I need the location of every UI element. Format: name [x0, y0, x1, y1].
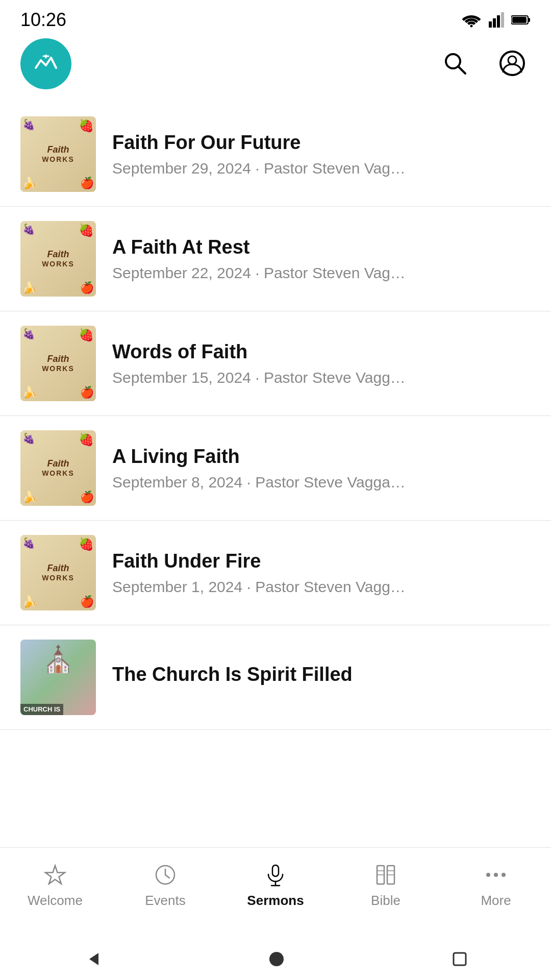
- sermon-info: Words of Faith September 15, 2024 · Past…: [112, 340, 531, 386]
- wifi-icon: [461, 12, 482, 28]
- svg-point-28: [269, 952, 284, 966]
- nav-item-welcome[interactable]: Welcome: [0, 856, 110, 914]
- svg-rect-1: [489, 21, 492, 28]
- sermon-meta: September 29, 2024 · Pastor Steven Vag…: [112, 160, 531, 177]
- search-icon: [442, 50, 468, 77]
- sermon-title: Words of Faith: [112, 340, 531, 364]
- sermon-meta: September 1, 2024 · Pastor Steven Vagg…: [112, 578, 531, 596]
- svg-rect-29: [454, 953, 466, 965]
- svg-line-9: [458, 66, 465, 74]
- home-icon: [267, 950, 286, 968]
- sermon-item[interactable]: 🍇 🍓 Faith WORKS 🍌 🍎 A Faith At Rest Sept…: [0, 207, 551, 311]
- sermon-item[interactable]: ⛪ CHURCH IS The Church Is Spirit Filled: [0, 625, 551, 730]
- svg-line-14: [165, 875, 169, 878]
- sermon-item[interactable]: 🍇 🍓 Faith WORKS 🍌 🍎 Faith For Our Future…: [0, 102, 551, 207]
- sermon-thumbnail: 🍇 🍓 Faith WORKS 🍌 🍎: [20, 430, 96, 506]
- svg-rect-3: [497, 15, 500, 28]
- mic-icon: [262, 861, 289, 889]
- nav-label-bible: Bible: [371, 893, 400, 909]
- profile-icon: [499, 50, 525, 77]
- svg-rect-2: [493, 18, 496, 28]
- sermon-title: A Faith At Rest: [112, 236, 531, 259]
- signal-icon: [489, 12, 504, 28]
- sermon-info: The Church Is Spirit Filled: [112, 663, 531, 692]
- sermon-item[interactable]: 🍇 🍓 Faith WORKS 🍌 🍎 Words of Faith Septe…: [0, 311, 551, 416]
- sermon-info: Faith Under Fire September 1, 2024 · Pas…: [112, 550, 531, 596]
- sermon-meta: September 15, 2024 · Pastor Steve Vagg…: [112, 369, 531, 386]
- svg-point-26: [502, 873, 506, 877]
- sermon-info: Faith For Our Future September 29, 2024 …: [112, 131, 531, 177]
- sermon-thumbnail: 🍇 🍓 Faith WORKS 🍌 🍎: [20, 221, 96, 297]
- nav-label-sermons: Sermons: [247, 893, 304, 909]
- sermon-title: A Living Faith: [112, 445, 531, 469]
- android-home-button[interactable]: [267, 950, 286, 970]
- sermon-thumbnail: ⛪ CHURCH IS: [20, 640, 96, 715]
- svg-marker-27: [89, 953, 98, 965]
- sermon-item[interactable]: 🍇 🍓 Faith WORKS 🍌 🍎 A Living Faith Septe…: [0, 416, 551, 521]
- back-icon: [82, 949, 103, 969]
- svg-point-11: [508, 56, 516, 64]
- sermon-meta: September 8, 2024 · Pastor Steve Vagga…: [112, 474, 531, 491]
- android-nav-bar: [0, 939, 551, 980]
- star-icon: [41, 861, 69, 889]
- sermon-list: 🍇 🍓 Faith WORKS 🍌 🍎 Faith For Our Future…: [0, 102, 551, 847]
- profile-button[interactable]: [494, 45, 531, 83]
- clock-icon: [152, 861, 179, 889]
- battery-icon: [511, 15, 531, 25]
- svg-point-10: [500, 52, 524, 75]
- app-header: [0, 36, 551, 92]
- bottom-navigation: Welcome Events Sermons: [0, 847, 551, 939]
- nav-label-events: Events: [145, 893, 186, 909]
- logo-icon: [31, 53, 61, 76]
- recents-icon: [450, 950, 469, 968]
- book-icon: [372, 861, 399, 889]
- sermon-thumbnail: 🍇 🍓 Faith WORKS 🍌 🍎: [20, 116, 96, 192]
- status-time: 10:26: [20, 9, 66, 31]
- nav-item-more[interactable]: More: [441, 856, 551, 914]
- status-bar: 10:26: [0, 0, 551, 36]
- android-back-button[interactable]: [82, 949, 103, 971]
- sermon-thumbnail: 🍇 🍓 Faith WORKS 🍌 🍎: [20, 535, 96, 610]
- svg-rect-7: [512, 17, 527, 23]
- android-recents-button[interactable]: [450, 950, 469, 970]
- sermon-title: Faith For Our Future: [112, 131, 531, 155]
- svg-rect-15: [272, 865, 279, 876]
- search-button[interactable]: [437, 45, 473, 83]
- svg-point-24: [486, 873, 490, 877]
- svg-rect-4: [501, 12, 504, 28]
- header-actions: [437, 45, 531, 83]
- nav-label-welcome: Welcome: [28, 893, 83, 909]
- status-icons: [461, 12, 531, 28]
- svg-point-25: [494, 873, 498, 877]
- dots-icon: [482, 861, 510, 889]
- nav-label-more: More: [481, 893, 511, 909]
- nav-item-events[interactable]: Events: [110, 856, 220, 914]
- sermon-info: A Living Faith September 8, 2024 · Pasto…: [112, 445, 531, 491]
- sermon-title: Faith Under Fire: [112, 550, 531, 573]
- svg-rect-6: [528, 18, 530, 22]
- app-logo[interactable]: [20, 38, 71, 89]
- nav-item-bible[interactable]: Bible: [331, 856, 441, 914]
- svg-point-0: [470, 25, 473, 28]
- nav-item-sermons[interactable]: Sermons: [220, 856, 331, 914]
- sermon-item[interactable]: 🍇 🍓 Faith WORKS 🍌 🍎 Faith Under Fire Sep…: [0, 521, 551, 625]
- sermon-thumbnail: 🍇 🍓 Faith WORKS 🍌 🍎: [20, 326, 96, 401]
- sermon-info: A Faith At Rest September 22, 2024 · Pas…: [112, 236, 531, 282]
- sermon-title: The Church Is Spirit Filled: [112, 663, 531, 687]
- sermon-meta: September 22, 2024 · Pastor Steven Vag…: [112, 264, 531, 282]
